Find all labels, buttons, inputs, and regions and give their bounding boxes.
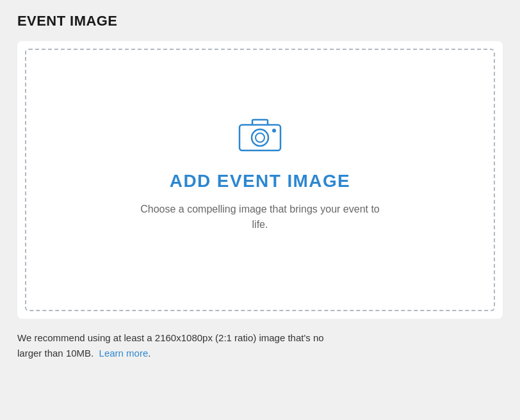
upload-action-label: ADD EVENT IMAGE [170, 171, 350, 191]
svg-point-3 [272, 129, 276, 133]
upload-subtitle: Choose a compelling image that brings yo… [138, 202, 382, 232]
learn-more-link[interactable]: Learn more [99, 348, 149, 359]
camera-icon [237, 115, 283, 156]
recommendation-text: We recommend using at least a 2160x1080p… [17, 330, 337, 361]
recommendation-period: . [148, 348, 150, 359]
upload-card: ADD EVENT IMAGE Choose a compelling imag… [17, 41, 503, 319]
upload-dropzone[interactable]: ADD EVENT IMAGE Choose a compelling imag… [25, 49, 495, 311]
svg-point-2 [256, 133, 264, 142]
svg-point-1 [252, 129, 268, 146]
section-title: EVENT IMAGE [17, 13, 503, 29]
recommendation-body: We recommend using at least a 2160x1080p… [17, 332, 324, 359]
